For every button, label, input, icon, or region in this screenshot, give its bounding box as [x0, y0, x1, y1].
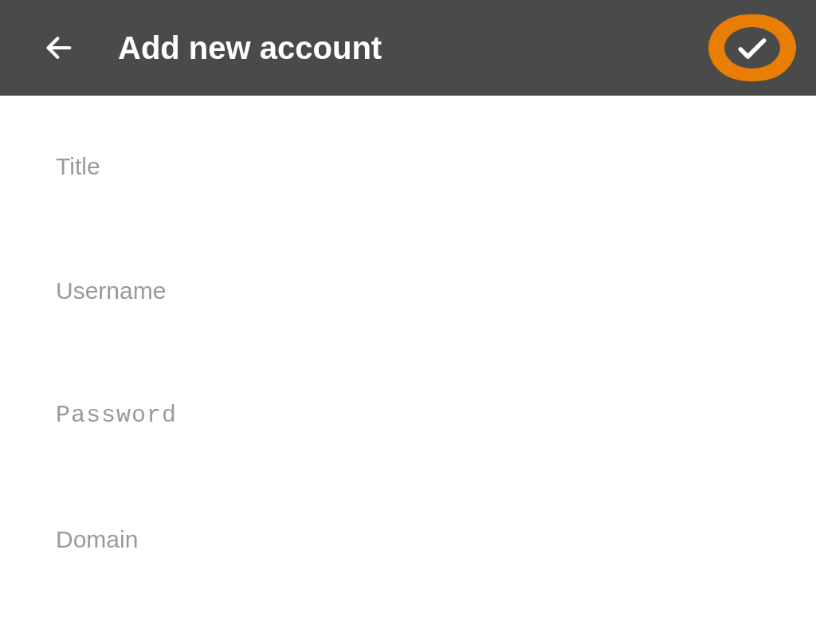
username-field[interactable]: [56, 268, 760, 314]
app-header: Add new account: [0, 0, 816, 96]
back-button[interactable]: [40, 29, 78, 67]
form-content: Advanced settings: [0, 96, 816, 644]
page-title: Add new account: [118, 30, 382, 66]
advanced-settings-link[interactable]: Advanced settings: [56, 641, 760, 644]
arrow-left-icon: [43, 32, 75, 64]
title-field[interactable]: [56, 143, 760, 190]
password-field[interactable]: [56, 392, 760, 438]
confirm-button-inner: [724, 27, 780, 69]
check-icon: [735, 30, 770, 65]
confirm-button[interactable]: [708, 14, 796, 81]
domain-field[interactable]: [56, 516, 760, 563]
